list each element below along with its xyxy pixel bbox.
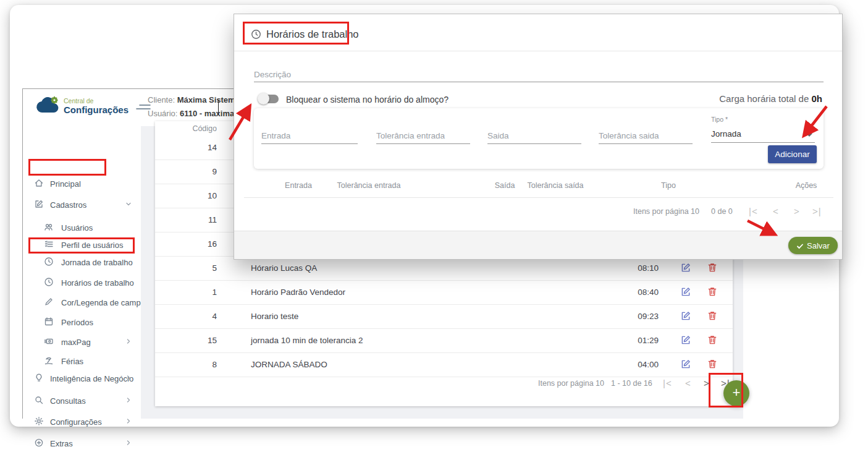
lunch-block-toggle[interactable]: [258, 93, 280, 104]
saida-input[interactable]: [487, 128, 581, 144]
lightbulb-icon: [34, 373, 44, 383]
description-input[interactable]: [254, 67, 824, 82]
sidebar-item-extras[interactable]: Extras: [23, 435, 141, 452]
money-icon: [44, 336, 54, 346]
sidebar-item-jornada-de-trabalho[interactable]: Jornada de trabalho: [23, 254, 141, 271]
items-per-page-label: Itens por página 10: [538, 379, 595, 388]
chevron-right-icon: [125, 374, 132, 382]
brand-name-top: Central de: [64, 97, 93, 104]
text-cursor: [218, 100, 219, 115]
chevron-right-icon: [125, 417, 132, 425]
sidebar-item-cor-legenda[interactable]: Cor/Legenda de campos: [23, 294, 141, 311]
sidebar-item-ferias[interactable]: Férias: [23, 352, 141, 370]
tipo-select[interactable]: Jornada: [711, 127, 815, 143]
modal-last-page-button[interactable]: >|: [812, 206, 822, 216]
edit-row-icon[interactable]: [680, 359, 691, 370]
plus-circle-icon: [34, 438, 44, 448]
sidebar-item-maxpag[interactable]: maxPag: [23, 333, 141, 351]
delete-row-icon[interactable]: [707, 262, 718, 273]
next-page-button[interactable]: >: [704, 378, 710, 388]
column-header-codigo: Código: [155, 121, 217, 136]
row-code: 8: [155, 360, 217, 369]
home-icon: [34, 178, 44, 188]
sidebar-item-label: Horários de trabalho: [61, 278, 134, 288]
sidebar-item-label: Férias: [61, 357, 83, 366]
sidebar-item-label: Perfil de usuários: [61, 241, 123, 250]
toggle-label: Bloquear o sistema no horário do almoço?: [286, 95, 449, 104]
chevron-down-icon: [806, 134, 812, 137]
gear-icon: [34, 416, 44, 426]
tipo-selected-value: Jornada: [711, 129, 741, 139]
edit-row-icon[interactable]: [680, 335, 691, 346]
sidebar-item-label: Consultas: [50, 396, 86, 406]
chevron-down-icon: [125, 200, 132, 208]
sidebar-item-configuracoes[interactable]: Configurações: [23, 413, 141, 430]
row-time: 08:40: [606, 288, 659, 297]
pagination-range: 1 - 10 de 16: [611, 379, 652, 388]
entrada-input[interactable]: [261, 128, 358, 144]
row-code: 16: [155, 239, 217, 249]
row-description: JORNADA SÁBADO: [251, 360, 327, 369]
modal-column-header: Tolerância saída: [527, 181, 583, 190]
delete-row-icon[interactable]: [707, 286, 718, 297]
sidebar-item-label: Jornada de trabalho: [61, 258, 133, 267]
row-code: 9: [155, 167, 217, 176]
modal-title-row: Horários de trabalho: [234, 14, 842, 51]
total-hours-label: Carga horária total de 0h: [719, 93, 822, 104]
user-label: Usuário:: [148, 109, 177, 118]
divider: [244, 197, 833, 198]
modal-column-header: Tolerância entrada: [337, 181, 401, 190]
clock-icon: [44, 277, 54, 287]
check-icon: [796, 242, 804, 250]
first-page-button[interactable]: |<: [663, 378, 672, 388]
sidebar-item-periodos[interactable]: Períodos: [23, 313, 141, 331]
modal-first-page-button[interactable]: |<: [749, 206, 758, 216]
modal-next-page-button[interactable]: >: [794, 206, 800, 216]
delete-row-icon[interactable]: [707, 335, 718, 346]
tolerancia-saida-input[interactable]: [599, 128, 693, 144]
toggle-thumb: [258, 93, 269, 104]
row-code: 1: [155, 288, 217, 297]
sidebar-item-usuarios[interactable]: Usuários: [23, 219, 141, 236]
row-code: 11: [155, 215, 217, 224]
row-time: 09:23: [606, 312, 659, 321]
sidebar-item-label: Períodos: [61, 318, 93, 327]
sidebar-item-label: Principal: [50, 179, 81, 189]
sidebar-item-label: maxPag: [61, 338, 91, 347]
brand-name-bottom: Configurações: [64, 104, 129, 115]
schedule-entry-form: Tipo * Jornada Adicionar: [254, 108, 824, 169]
edit-row-icon[interactable]: [680, 310, 691, 322]
modal-title: Horários de trabalho: [266, 28, 359, 40]
clock-icon: [44, 257, 54, 267]
adicionar-button[interactable]: Adicionar: [768, 145, 817, 163]
edit-row-icon[interactable]: [680, 262, 691, 273]
row-code: 10: [155, 191, 217, 200]
sidebar-item-horarios-de-trabalho[interactable]: Horários de trabalho: [23, 274, 141, 291]
sidebar-item-perfil-de-usuarios[interactable]: Perfil de usuários: [23, 236, 141, 254]
modal-prev-page-button[interactable]: <: [773, 206, 779, 216]
sidebar-item-label: Cadastros: [50, 200, 86, 210]
table-row: 4 Horario teste 09:23: [155, 305, 733, 329]
sidebar-item-principal[interactable]: Principal: [23, 175, 141, 192]
plus-icon: +: [733, 385, 741, 400]
sidebar-item-label: Inteligência de Negócio: [50, 374, 133, 383]
client-line: Cliente: Máxima Sistemas: [148, 95, 244, 104]
delete-row-icon[interactable]: [707, 359, 718, 370]
sidebar-item-label: Configurações: [50, 417, 102, 427]
profile-list-icon: [44, 239, 54, 249]
sidebar-item-inteligencia-de-negocio[interactable]: Inteligência de Negócio: [23, 370, 141, 387]
total-hours-value: 0h: [811, 93, 822, 104]
prev-page-button[interactable]: <: [685, 378, 691, 388]
salvar-button[interactable]: Salvar: [788, 237, 838, 254]
tolerancia-entrada-input[interactable]: [376, 128, 470, 144]
add-schedule-fab[interactable]: +: [723, 380, 749, 406]
modal-column-header: Saída: [495, 181, 515, 190]
delete-row-icon[interactable]: [707, 310, 718, 322]
sidebar-item-consultas[interactable]: Consultas: [23, 392, 141, 409]
sidebar-item-cadastros[interactable]: Cadastros: [23, 196, 141, 213]
row-code: 5: [155, 263, 217, 273]
page-canvas: Central de Configurações Cliente: Máxima…: [10, 5, 839, 427]
edit-row-icon[interactable]: [680, 286, 691, 297]
modal-column-header: Entrada: [285, 181, 312, 190]
table-row: 5 Hórario Lucas QA 08:10: [155, 257, 733, 281]
